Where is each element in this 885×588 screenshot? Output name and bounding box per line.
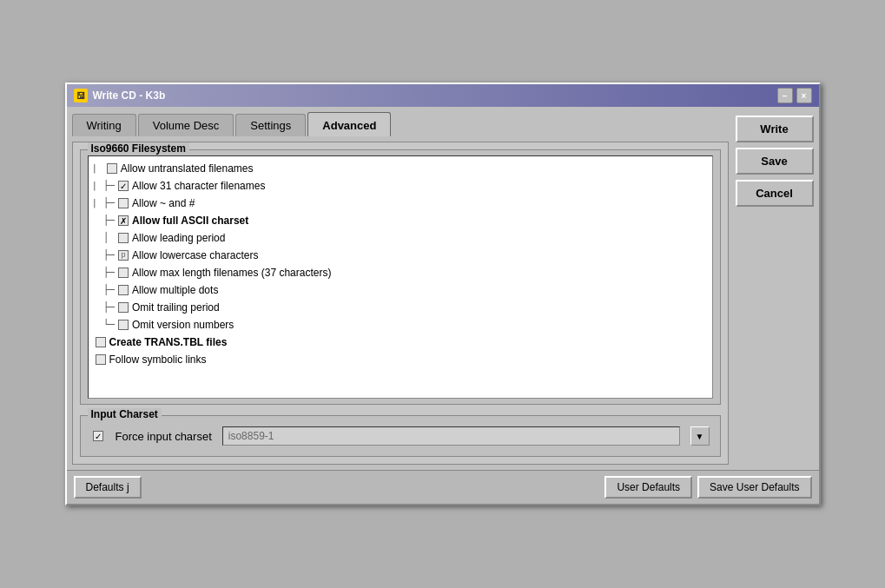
list-item: │ Allow leading period: [92, 229, 709, 247]
force-charset-checkbox[interactable]: [93, 431, 103, 441]
allow-max-length-checkbox[interactable]: [118, 268, 129, 278]
omit-version-numbers-checkbox[interactable]: [118, 320, 129, 330]
titlebar: 🖫 Write CD - K3b – ×: [67, 84, 819, 107]
tab-advanced[interactable]: Advanced: [307, 112, 391, 136]
advanced-panel: Iso9660 Filesystem | Allow untranslated …: [72, 142, 729, 465]
left-panel: Writing Volume Desc Settings Advanced Is…: [72, 112, 729, 465]
minimize-button[interactable]: –: [777, 88, 793, 103]
allow-multiple-dots-checkbox[interactable]: [118, 285, 129, 295]
save-user-defaults-button[interactable]: Save User Defaults: [697, 476, 811, 499]
cancel-button[interactable]: Cancel: [736, 180, 814, 207]
write-button[interactable]: Write: [736, 116, 814, 142]
app-icon: 🖫: [74, 89, 88, 102]
list-item: Follow symbolic links: [92, 351, 709, 368]
bottom-right: User Defaults Save User Defaults: [604, 476, 811, 499]
close-button[interactable]: ×: [796, 88, 812, 103]
input-charset-label: Input Charset: [88, 408, 162, 420]
follow-symlinks-checkbox[interactable]: [96, 354, 106, 365]
allow-31-char-checkbox[interactable]: [118, 181, 129, 191]
input-charset-section: Input Charset Force input charset iso885…: [80, 415, 721, 457]
allow-lowercase-checkbox[interactable]: p: [118, 250, 129, 261]
omit-trailing-period-checkbox[interactable]: [118, 302, 129, 313]
list-item: └─ Omit version numbers: [92, 316, 709, 334]
iso9660-label: Iso9660 Filesystem: [88, 142, 189, 155]
allow-tilde-hash-checkbox[interactable]: [118, 198, 129, 208]
allow-leading-period-checkbox[interactable]: [118, 233, 129, 243]
charset-dropdown-button[interactable]: ▼: [690, 426, 710, 446]
list-item: Create TRANS.TBL files: [92, 334, 709, 351]
right-buttons: Write Save Cancel: [736, 112, 814, 465]
allow-full-ascii-checkbox[interactable]: [118, 215, 129, 226]
charset-value[interactable]: iso8859-1: [222, 426, 680, 446]
create-trans-tbl-checkbox[interactable]: [96, 337, 106, 347]
allow-untranslated-checkbox[interactable]: [107, 163, 117, 174]
list-item: ├─ Allow max length filenames (37 charac…: [92, 264, 709, 281]
list-item: | ├─ Allow ~ and #: [92, 195, 709, 212]
bottom-bar: Defaults j User Defaults Save User Defau…: [67, 470, 819, 504]
titlebar-buttons: – ×: [777, 88, 812, 103]
iso9660-section: Iso9660 Filesystem | Allow untranslated …: [80, 149, 721, 405]
list-item: ├─ p Allow lowercase characters: [92, 247, 709, 264]
list-item: | Allow untranslated filenames: [92, 160, 709, 177]
bottom-left: Defaults j: [74, 476, 142, 499]
tab-settings[interactable]: Settings: [235, 114, 306, 136]
tab-writing[interactable]: Writing: [72, 114, 136, 136]
force-charset-row: Force input charset iso8859-1 ▼: [88, 421, 713, 451]
main-window: 🖫 Write CD - K3b – × Writing Volume Desc…: [65, 83, 821, 505]
main-content: Writing Volume Desc Settings Advanced Is…: [67, 107, 819, 470]
iso9660-tree[interactable]: | Allow untranslated filenames | ├─ Allo…: [88, 155, 713, 399]
list-item: ├─ Allow full ASCII charset: [92, 212, 709, 229]
user-defaults-button[interactable]: User Defaults: [604, 476, 692, 499]
window-title: Write CD - K3b: [93, 89, 166, 102]
defaults-button[interactable]: Defaults j: [74, 476, 142, 499]
force-charset-text: Force input charset: [116, 430, 212, 443]
titlebar-title: 🖫 Write CD - K3b: [74, 89, 166, 102]
list-item: | ├─ Allow 31 character filenames: [92, 177, 709, 195]
tab-bar: Writing Volume Desc Settings Advanced: [72, 112, 729, 136]
save-button[interactable]: Save: [736, 148, 814, 175]
list-item: ├─ Omit trailing period: [92, 299, 709, 316]
list-item: ├─ Allow multiple dots: [92, 281, 709, 299]
tab-volume-desc[interactable]: Volume Desc: [138, 114, 234, 136]
